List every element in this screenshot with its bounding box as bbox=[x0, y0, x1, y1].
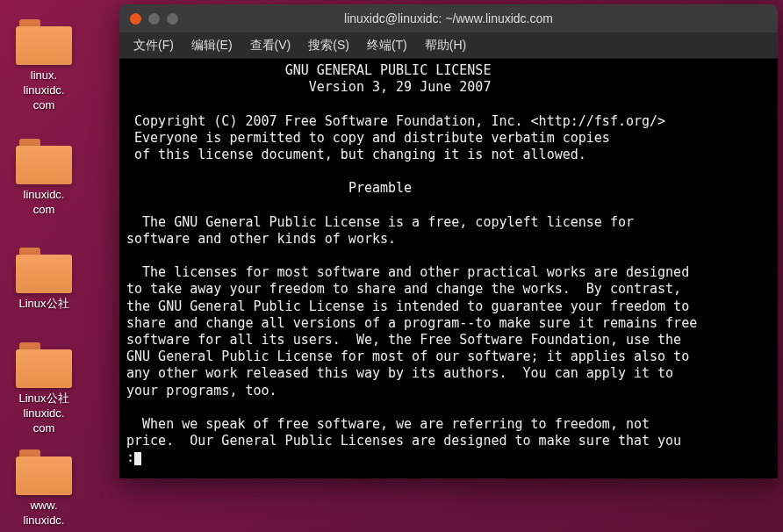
folder-icon bbox=[16, 19, 72, 65]
terminal-body[interactable]: GNU GENERAL PUBLIC LICENSE Version 3, 29… bbox=[119, 59, 778, 478]
desktop-folder[interactable]: www. linuxidc. com bbox=[9, 449, 79, 532]
menu-search[interactable]: 搜索(S) bbox=[301, 34, 356, 57]
folder-icon bbox=[16, 449, 72, 495]
terminal-content: GNU GENERAL PUBLIC LICENSE Version 3, 29… bbox=[126, 62, 697, 465]
folder-icon bbox=[16, 248, 72, 293]
desktop-folder[interactable]: linuxidc. com bbox=[9, 139, 79, 218]
cursor-icon bbox=[134, 452, 141, 465]
menu-view[interactable]: 查看(V) bbox=[243, 34, 298, 57]
window-controls bbox=[130, 13, 178, 25]
menu-terminal[interactable]: 终端(T) bbox=[360, 34, 414, 57]
terminal-window: linuxidc@linuxidc: ~/www.linuxidc.com 文件… bbox=[119, 4, 778, 478]
minimize-icon[interactable] bbox=[148, 13, 160, 25]
folder-icon bbox=[16, 342, 72, 388]
desktop-folder-label: linuxidc. com bbox=[24, 188, 65, 218]
menu-file[interactable]: 文件(F) bbox=[126, 34, 181, 57]
desktop-folder-label: linux. linuxidc. com bbox=[24, 68, 65, 113]
menu-edit[interactable]: 编辑(E) bbox=[184, 34, 240, 57]
titlebar[interactable]: linuxidc@linuxidc: ~/www.linuxidc.com bbox=[119, 4, 778, 32]
desktop-folder[interactable]: linux. linuxidc. com bbox=[9, 19, 79, 113]
desktop-folder[interactable]: Linux公社 bbox=[9, 248, 79, 312]
menubar: 文件(F) 编辑(E) 查看(V) 搜索(S) 终端(T) 帮助(H) bbox=[119, 32, 778, 59]
close-icon[interactable] bbox=[130, 13, 141, 25]
folder-icon bbox=[16, 139, 72, 184]
desktop-folder[interactable]: Linux公社 linuxidc. com bbox=[9, 342, 79, 436]
desktop-folder-label: Linux公社 bbox=[18, 297, 68, 312]
desktop-folder-label: Linux公社 linuxidc. com bbox=[18, 392, 68, 436]
maximize-icon[interactable] bbox=[167, 13, 178, 25]
menu-help[interactable]: 帮助(H) bbox=[418, 34, 473, 57]
window-title: linuxidc@linuxidc: ~/www.linuxidc.com bbox=[119, 11, 778, 25]
desktop-folder-label: www. linuxidc. com bbox=[24, 499, 65, 532]
